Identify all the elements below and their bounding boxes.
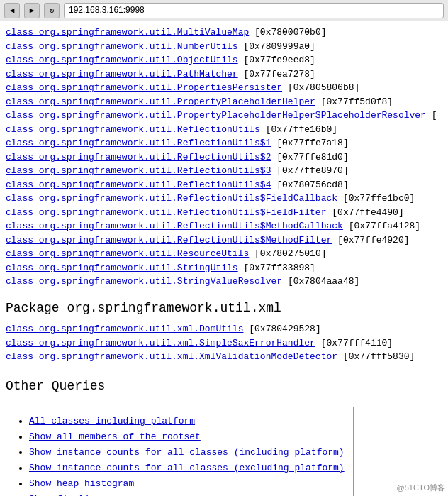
util-class-line: class org.springframework.util.Reflectio… bbox=[6, 178, 442, 192]
util-class-addr: [0x7809999a0] bbox=[238, 41, 315, 52]
xml-class-link[interactable]: class org.springframework.util.xml.DomUt… bbox=[6, 324, 243, 334]
list-item: All classes including platform bbox=[29, 414, 345, 429]
browser-chrome: ◀ ▶ ↻ 192.168.3.161:9998 bbox=[0, 0, 448, 21]
util-class-link[interactable]: class org.springframework.util.Reflectio… bbox=[6, 235, 332, 246]
util-class-addr: [0x77ffe1bc0] bbox=[337, 193, 415, 204]
util-class-line: class org.springframework.util.ObjectUti… bbox=[6, 53, 442, 67]
util-class-link[interactable]: class org.springframework.util.PropertyP… bbox=[6, 97, 315, 107]
util-class-addr: [0x77ffe16b0] bbox=[260, 124, 337, 135]
util-class-line: class org.springframework.util.Reflectio… bbox=[6, 192, 442, 206]
util-class-addr: [0x77ff5d0f8] bbox=[315, 97, 393, 107]
other-queries-heading: Other Queries bbox=[6, 377, 442, 397]
util-class-line: class org.springframework.util.Reflectio… bbox=[6, 206, 442, 220]
util-class-list: class org.springframework.util.MultiValu… bbox=[6, 26, 442, 289]
util-class-link[interactable]: class org.springframework.util.ResourceU… bbox=[6, 248, 249, 259]
util-class-line: class org.springframework.util.Reflectio… bbox=[6, 233, 442, 248]
util-class-line: class org.springframework.util.MultiValu… bbox=[6, 26, 442, 40]
util-class-link[interactable]: class org.springframework.util.Reflectio… bbox=[6, 138, 271, 148]
util-class-link[interactable]: class org.springframework.util.ObjectUti… bbox=[6, 55, 238, 65]
list-item: Show finalizer summary bbox=[29, 492, 345, 496]
util-class-line: class org.springframework.util.Reflectio… bbox=[6, 136, 442, 150]
util-class-addr: [0x77ffe4920] bbox=[332, 235, 409, 246]
util-class-link[interactable]: class org.springframework.util.StringVal… bbox=[6, 276, 282, 287]
util-class-line: class org.springframework.util.Propertie… bbox=[6, 81, 442, 95]
util-class-line: class org.springframework.util.StringVal… bbox=[6, 275, 442, 289]
xml-class-addr: [0x77fff5830] bbox=[337, 351, 415, 362]
util-class-line: class org.springframework.util.ResourceU… bbox=[6, 247, 442, 261]
list-item: Show heap histogram bbox=[29, 477, 345, 491]
xml-class-addr: [0x780429528] bbox=[243, 324, 320, 334]
query-link[interactable]: All classes including platform bbox=[29, 416, 195, 426]
util-class-line: class org.springframework.util.Reflectio… bbox=[6, 219, 442, 233]
xml-class-line: class org.springframework.util.xml.DomUt… bbox=[6, 322, 442, 336]
list-item: Show instance counts for all classes (ex… bbox=[29, 461, 345, 475]
util-class-line: class org.springframework.util.Reflectio… bbox=[6, 150, 442, 165]
util-class-addr: [0x77fea7278] bbox=[238, 69, 315, 79]
util-class-addr: [0x7804aaa48] bbox=[282, 276, 359, 287]
xml-class-line: class org.springframework.util.xml.XmlVa… bbox=[6, 350, 442, 364]
util-class-link[interactable]: class org.springframework.util.Reflectio… bbox=[6, 180, 271, 190]
refresh-button[interactable]: ↻ bbox=[44, 3, 60, 18]
xml-class-link[interactable]: class org.springframework.util.xml.Simpl… bbox=[6, 338, 315, 348]
util-class-addr: [0x77ffe81d0] bbox=[271, 152, 348, 162]
util-class-addr: [0x77ffe4490] bbox=[326, 207, 403, 218]
query-link[interactable]: Show instance counts for all classes (in… bbox=[29, 447, 345, 458]
xml-class-line: class org.springframework.util.xml.Simpl… bbox=[6, 336, 442, 351]
back-button[interactable]: ◀ bbox=[4, 3, 20, 18]
other-queries-list: All classes including platformShow all m… bbox=[15, 414, 345, 496]
util-class-line: class org.springframework.util.StringUti… bbox=[6, 261, 442, 275]
util-class-line: class org.springframework.util.NumberUti… bbox=[6, 40, 442, 54]
address-bar[interactable]: 192.168.3.161:9998 bbox=[64, 3, 444, 18]
util-class-link[interactable]: class org.springframework.util.Reflectio… bbox=[6, 124, 260, 135]
util-class-addr: [ bbox=[426, 110, 437, 121]
list-item: Show all members of the rootset bbox=[29, 430, 345, 444]
page-content: class org.springframework.util.MultiValu… bbox=[0, 21, 448, 496]
util-class-link[interactable]: class org.springframework.util.Propertie… bbox=[6, 82, 282, 93]
other-queries-box: All classes including platformShow all m… bbox=[6, 407, 354, 496]
xml-class-link[interactable]: class org.springframework.util.xml.XmlVa… bbox=[6, 351, 337, 362]
util-class-link[interactable]: class org.springframework.util.MultiValu… bbox=[6, 27, 249, 38]
xml-section-heading: Package org.springframework.util.xml bbox=[6, 299, 442, 319]
util-class-link[interactable]: class org.springframework.util.Reflectio… bbox=[6, 152, 271, 162]
list-item: Show instance counts for all classes (in… bbox=[29, 446, 345, 460]
util-class-link[interactable]: class org.springframework.util.PathMatch… bbox=[6, 69, 238, 79]
util-class-line: class org.springframework.util.PathMatch… bbox=[6, 67, 442, 82]
util-class-addr: [0x77ffe8970] bbox=[271, 165, 348, 176]
util-class-line: class org.springframework.util.PropertyP… bbox=[6, 109, 442, 123]
util-class-addr: [0x77ff33898] bbox=[238, 263, 315, 273]
util-class-addr: [0x77ffe7a18] bbox=[271, 138, 348, 148]
util-class-link[interactable]: class org.springframework.util.Reflectio… bbox=[6, 207, 326, 218]
util-class-addr: [0x7800070b0] bbox=[249, 27, 326, 38]
query-link[interactable]: Show instance counts for all classes (ex… bbox=[29, 463, 345, 473]
util-class-link[interactable]: class org.springframework.util.StringUti… bbox=[6, 263, 238, 273]
watermark: @51CTO博客 bbox=[397, 483, 445, 493]
util-class-line: class org.springframework.util.Reflectio… bbox=[6, 164, 442, 178]
xml-class-list: class org.springframework.util.xml.DomUt… bbox=[6, 322, 442, 364]
util-class-addr: [0x77ffa4128] bbox=[343, 221, 420, 231]
util-class-link[interactable]: class org.springframework.util.Reflectio… bbox=[6, 165, 271, 176]
util-class-line: class org.springframework.util.Reflectio… bbox=[6, 123, 442, 137]
util-class-link[interactable]: class org.springframework.util.Reflectio… bbox=[6, 193, 337, 204]
util-class-addr: [0x7805806b8] bbox=[282, 82, 359, 93]
util-class-addr: [0x780275010] bbox=[249, 248, 326, 259]
util-class-link[interactable]: class org.springframework.util.Reflectio… bbox=[6, 221, 343, 231]
util-class-link[interactable]: class org.springframework.util.PropertyP… bbox=[6, 110, 426, 121]
forward-button[interactable]: ▶ bbox=[24, 3, 40, 18]
query-link[interactable]: Show all members of the rootset bbox=[29, 431, 201, 442]
util-class-addr: [0x780756cd8] bbox=[271, 180, 348, 190]
query-link[interactable]: Show heap histogram bbox=[29, 478, 134, 489]
util-class-line: class org.springframework.util.PropertyP… bbox=[6, 95, 442, 109]
xml-class-addr: [0x77fff4110] bbox=[315, 338, 393, 348]
util-class-link[interactable]: class org.springframework.util.NumberUti… bbox=[6, 41, 238, 52]
util-class-addr: [0x77fe9eed8] bbox=[238, 55, 315, 65]
